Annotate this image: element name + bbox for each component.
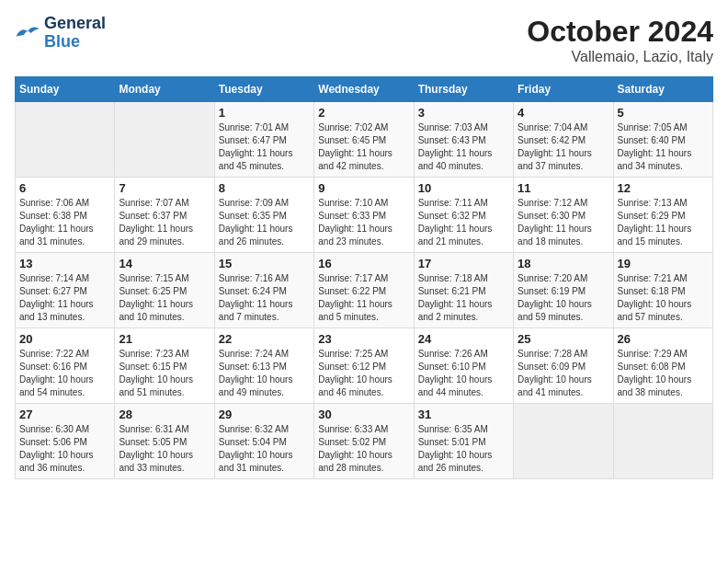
calendar-cell: 26Sunrise: 7:29 AM Sunset: 6:08 PM Dayli…	[613, 328, 712, 404]
day-info: Sunrise: 7:12 AM Sunset: 6:30 PM Dayligh…	[518, 197, 609, 248]
calendar-cell: 28Sunrise: 6:31 AM Sunset: 5:05 PM Dayli…	[115, 404, 214, 479]
calendar-cell: 9Sunrise: 7:10 AM Sunset: 6:33 PM Daylig…	[314, 178, 414, 253]
day-number: 26	[618, 332, 709, 346]
calendar-cell: 14Sunrise: 7:15 AM Sunset: 6:25 PM Dayli…	[115, 253, 214, 328]
calendar-location: Vallemaio, Lazio, Italy	[527, 49, 713, 65]
calendar-week-row: 6Sunrise: 7:06 AM Sunset: 6:38 PM Daylig…	[16, 178, 713, 253]
day-info: Sunrise: 7:26 AM Sunset: 6:10 PM Dayligh…	[418, 348, 509, 399]
day-info: Sunrise: 7:04 AM Sunset: 6:42 PM Dayligh…	[518, 121, 609, 173]
calendar-cell: 29Sunrise: 6:32 AM Sunset: 5:04 PM Dayli…	[214, 404, 313, 479]
calendar-week-row: 13Sunrise: 7:14 AM Sunset: 6:27 PM Dayli…	[16, 253, 713, 328]
day-info: Sunrise: 6:32 AM Sunset: 5:04 PM Dayligh…	[219, 423, 310, 475]
day-number: 31	[418, 408, 509, 421]
day-number: 24	[418, 332, 509, 346]
day-info: Sunrise: 7:01 AM Sunset: 6:47 PM Dayligh…	[219, 121, 310, 173]
day-info: Sunrise: 7:09 AM Sunset: 6:35 PM Dayligh…	[219, 197, 310, 248]
day-info: Sunrise: 7:14 AM Sunset: 6:27 PM Dayligh…	[19, 272, 110, 324]
calendar-cell: 4Sunrise: 7:04 AM Sunset: 6:42 PM Daylig…	[514, 102, 613, 178]
calendar-cell: 19Sunrise: 7:21 AM Sunset: 6:18 PM Dayli…	[613, 253, 712, 328]
day-info: Sunrise: 7:25 AM Sunset: 6:12 PM Dayligh…	[318, 348, 409, 399]
day-info: Sunrise: 7:21 AM Sunset: 6:18 PM Dayligh…	[618, 272, 709, 324]
day-number: 4	[518, 106, 609, 120]
day-number: 5	[618, 106, 709, 120]
day-info: Sunrise: 7:16 AM Sunset: 6:24 PM Dayligh…	[219, 272, 310, 324]
day-number: 16	[318, 257, 409, 270]
day-info: Sunrise: 7:06 AM Sunset: 6:38 PM Dayligh…	[19, 197, 110, 248]
calendar-cell: 23Sunrise: 7:25 AM Sunset: 6:12 PM Dayli…	[314, 328, 414, 404]
day-info: Sunrise: 7:24 AM Sunset: 6:13 PM Dayligh…	[219, 348, 310, 399]
day-number: 8	[219, 181, 310, 195]
calendar-cell: 7Sunrise: 7:07 AM Sunset: 6:37 PM Daylig…	[115, 178, 214, 253]
calendar-week-row: 20Sunrise: 7:22 AM Sunset: 6:16 PM Dayli…	[16, 328, 713, 404]
day-number: 15	[219, 257, 310, 270]
calendar-cell	[16, 102, 115, 178]
calendar-cell: 2Sunrise: 7:02 AM Sunset: 6:45 PM Daylig…	[314, 102, 414, 178]
day-number: 30	[318, 408, 409, 421]
day-number: 2	[318, 106, 409, 120]
logo-line1: General	[44, 14, 106, 32]
day-number: 7	[119, 181, 210, 195]
day-number: 23	[318, 332, 409, 346]
calendar-table: SundayMondayTuesdayWednesdayThursdayFrid…	[15, 76, 713, 479]
day-number: 3	[418, 106, 509, 120]
calendar-cell: 6Sunrise: 7:06 AM Sunset: 6:38 PM Daylig…	[16, 178, 115, 253]
logo-line2: Blue	[44, 32, 80, 51]
day-number: 17	[418, 257, 509, 270]
calendar-cell: 27Sunrise: 6:30 AM Sunset: 5:06 PM Dayli…	[16, 404, 115, 479]
col-header-friday: Friday	[514, 77, 613, 102]
calendar-cell: 1Sunrise: 7:01 AM Sunset: 6:47 PM Daylig…	[214, 102, 313, 178]
day-info: Sunrise: 7:10 AM Sunset: 6:33 PM Dayligh…	[318, 197, 409, 248]
calendar-cell: 13Sunrise: 7:14 AM Sunset: 6:27 PM Dayli…	[16, 253, 115, 328]
day-number: 21	[119, 332, 210, 346]
col-header-saturday: Saturday	[613, 77, 712, 102]
day-number: 1	[219, 106, 310, 120]
day-number: 25	[518, 332, 609, 346]
calendar-cell: 30Sunrise: 6:33 AM Sunset: 5:02 PM Dayli…	[314, 404, 414, 479]
calendar-cell: 21Sunrise: 7:23 AM Sunset: 6:15 PM Dayli…	[115, 328, 214, 404]
day-number: 22	[219, 332, 310, 346]
day-info: Sunrise: 7:18 AM Sunset: 6:21 PM Dayligh…	[418, 272, 509, 324]
calendar-month-year: October 2024	[527, 15, 713, 49]
calendar-cell: 16Sunrise: 7:17 AM Sunset: 6:22 PM Dayli…	[314, 253, 414, 328]
day-info: Sunrise: 7:22 AM Sunset: 6:16 PM Dayligh…	[19, 348, 110, 399]
day-info: Sunrise: 7:17 AM Sunset: 6:22 PM Dayligh…	[318, 272, 409, 324]
logo-text: General Blue	[44, 15, 106, 52]
calendar-cell: 15Sunrise: 7:16 AM Sunset: 6:24 PM Dayli…	[214, 253, 313, 328]
day-number: 11	[518, 181, 609, 195]
calendar-cell	[514, 404, 613, 479]
day-number: 6	[19, 181, 110, 195]
day-info: Sunrise: 6:33 AM Sunset: 5:02 PM Dayligh…	[318, 423, 409, 475]
calendar-cell: 20Sunrise: 7:22 AM Sunset: 6:16 PM Dayli…	[16, 328, 115, 404]
calendar-cell: 24Sunrise: 7:26 AM Sunset: 6:10 PM Dayli…	[414, 328, 513, 404]
calendar-cell: 11Sunrise: 7:12 AM Sunset: 6:30 PM Dayli…	[514, 178, 613, 253]
calendar-week-row: 1Sunrise: 7:01 AM Sunset: 6:47 PM Daylig…	[16, 102, 713, 178]
logo: General Blue	[15, 15, 106, 52]
calendar-cell: 12Sunrise: 7:13 AM Sunset: 6:29 PM Dayli…	[613, 178, 712, 253]
day-info: Sunrise: 7:13 AM Sunset: 6:29 PM Dayligh…	[618, 197, 709, 248]
calendar-title-area: October 2024 Vallemaio, Lazio, Italy	[527, 15, 713, 65]
calendar-week-row: 27Sunrise: 6:30 AM Sunset: 5:06 PM Dayli…	[16, 404, 713, 479]
day-number: 12	[618, 181, 709, 195]
day-number: 29	[219, 408, 310, 421]
calendar-cell: 10Sunrise: 7:11 AM Sunset: 6:32 PM Dayli…	[414, 178, 513, 253]
day-number: 28	[119, 408, 210, 421]
calendar-cell: 25Sunrise: 7:28 AM Sunset: 6:09 PM Dayli…	[514, 328, 613, 404]
day-info: Sunrise: 6:31 AM Sunset: 5:05 PM Dayligh…	[119, 423, 210, 475]
day-info: Sunrise: 7:02 AM Sunset: 6:45 PM Dayligh…	[318, 121, 409, 173]
col-header-monday: Monday	[115, 77, 214, 102]
col-header-wednesday: Wednesday	[314, 77, 414, 102]
page-header: General Blue October 2024 Vallemaio, Laz…	[15, 15, 713, 65]
col-header-thursday: Thursday	[414, 77, 513, 102]
calendar-cell: 22Sunrise: 7:24 AM Sunset: 6:13 PM Dayli…	[214, 328, 313, 404]
calendar-cell: 5Sunrise: 7:05 AM Sunset: 6:40 PM Daylig…	[613, 102, 712, 178]
day-number: 9	[318, 181, 409, 195]
col-header-tuesday: Tuesday	[214, 77, 313, 102]
day-info: Sunrise: 7:15 AM Sunset: 6:25 PM Dayligh…	[119, 272, 210, 324]
day-info: Sunrise: 6:30 AM Sunset: 5:06 PM Dayligh…	[19, 423, 110, 475]
day-number: 20	[19, 332, 110, 346]
day-number: 14	[119, 257, 210, 270]
calendar-cell: 8Sunrise: 7:09 AM Sunset: 6:35 PM Daylig…	[214, 178, 313, 253]
day-info: Sunrise: 7:03 AM Sunset: 6:43 PM Dayligh…	[418, 121, 509, 173]
day-info: Sunrise: 7:29 AM Sunset: 6:08 PM Dayligh…	[618, 348, 709, 399]
day-info: Sunrise: 6:35 AM Sunset: 5:01 PM Dayligh…	[418, 423, 509, 475]
